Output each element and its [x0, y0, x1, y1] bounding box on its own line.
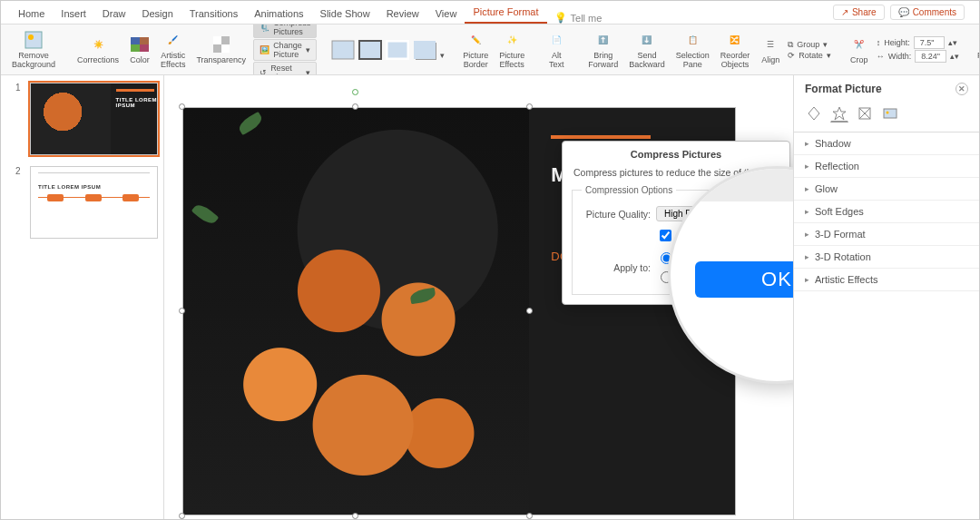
- bring-label: Bring Forward: [588, 52, 618, 70]
- picture-quality-label: Picture Quality:: [582, 209, 651, 220]
- thumbnail-2-preview[interactable]: TITLE LOREM IPSUM: [30, 166, 158, 239]
- selpane-label: Selection Pane: [676, 52, 710, 70]
- tell-me-label: Tell me: [571, 13, 603, 24]
- tab-bar: Home Insert Draw Design Transitions Anim…: [1, 1, 979, 25]
- height-input[interactable]: 7.5": [914, 36, 945, 49]
- tab-design[interactable]: Design: [134, 3, 181, 24]
- chevron-down-icon: ▾: [827, 51, 831, 60]
- apply-to-label: Apply to:: [582, 262, 651, 273]
- bring-forward-icon: ⬆️: [593, 30, 613, 50]
- border-label: Picture Border: [463, 52, 488, 70]
- alt-text-button[interactable]: 📄Alt Text: [543, 30, 570, 70]
- format-pane-tabs: [794, 101, 979, 132]
- align-button[interactable]: ☰Align: [757, 34, 784, 65]
- chevron-down-icon: ▾: [823, 40, 828, 49]
- artistic-effects-section[interactable]: ▸Artistic Effects: [794, 269, 979, 291]
- color-button[interactable]: Color: [126, 34, 153, 65]
- arrange-mini: ⧉Group▾ ⟳Rotate▾: [788, 40, 831, 60]
- chevron-right-icon: ▸: [805, 184, 809, 193]
- thumbnail-1[interactable]: 1 TITLE LOREM IPSUM: [15, 83, 158, 155]
- picture-tools-mini: 🗜️Compress Pictures 🖼️Change Picture▾ ↺R…: [253, 25, 317, 75]
- delete-cropped-checkbox[interactable]: [660, 230, 671, 241]
- share-label: Share: [852, 7, 877, 17]
- transparency-button[interactable]: Transparency: [192, 34, 250, 65]
- rotation-3d-section[interactable]: ▸3-D Rotation: [794, 246, 979, 269]
- svg-rect-2: [131, 37, 140, 44]
- tab-animations[interactable]: Animations: [246, 3, 311, 24]
- ok-button[interactable]: OK: [695, 261, 793, 298]
- width-input[interactable]: 8.24": [915, 50, 946, 63]
- shadow-section[interactable]: ▸Shadow: [794, 132, 979, 155]
- picture-tab-icon[interactable]: [881, 104, 899, 123]
- svg-rect-11: [387, 41, 408, 59]
- compress-pictures-button[interactable]: 🗜️Compress Pictures: [253, 25, 317, 38]
- thumb-text: TITLE LOREM IPSUM: [111, 83, 157, 154]
- reset-icon: ↺: [260, 68, 267, 76]
- height-label: Height:: [884, 38, 910, 47]
- tab-transitions[interactable]: Transitions: [181, 3, 246, 24]
- comments-button[interactable]: 💬Comments: [890, 5, 965, 20]
- soft-edges-section[interactable]: ▸Soft Edges: [794, 201, 979, 223]
- rotate-label: Rotate: [799, 51, 823, 60]
- powerpoint-window: Home Insert Draw Design Transitions Anim…: [0, 0, 980, 520]
- chevron-right-icon: ▸: [805, 207, 809, 216]
- fpane-label: Format Pane: [977, 52, 979, 70]
- format-3d-section[interactable]: ▸3-D Format: [794, 223, 979, 246]
- width-icon: ↔: [877, 52, 885, 61]
- style-thumb-icon: [358, 40, 382, 60]
- reset-picture-button[interactable]: ↺Reset Picture▾: [253, 62, 317, 76]
- alt-label: Alt Text: [549, 52, 564, 70]
- tab-slideshow[interactable]: Slide Show: [312, 3, 378, 24]
- glow-section[interactable]: ▸Glow: [794, 178, 979, 201]
- slide-picture[interactable]: [183, 108, 529, 515]
- slide-canvas[interactable]: M DOLOR SIT AMET Compress Pictures Compr…: [164, 75, 793, 519]
- rotate-button[interactable]: ⟳Rotate▾: [788, 51, 831, 60]
- tab-draw[interactable]: Draw: [94, 3, 134, 24]
- effects-tab-icon[interactable]: [830, 104, 848, 123]
- change-picture-button[interactable]: 🖼️Change Picture▾: [253, 39, 317, 61]
- stepper-icon[interactable]: ▴▾: [948, 38, 957, 47]
- tab-insert[interactable]: Insert: [53, 3, 94, 24]
- thumb-title: TITLE LOREM IPSUM: [38, 184, 150, 190]
- chevron-down-icon[interactable]: ▾: [440, 51, 445, 60]
- crop-button[interactable]: ✂️Crop: [846, 34, 873, 65]
- svg-point-17: [887, 112, 889, 114]
- corrections-button[interactable]: ☀️Corrections: [74, 34, 122, 65]
- close-pane-button[interactable]: ✕: [956, 83, 968, 95]
- artistic-effects-button[interactable]: 🖌️Artistic Effects: [157, 30, 189, 70]
- thumb-title: TITLE LOREM IPSUM: [116, 97, 152, 108]
- stepper-icon[interactable]: ▴▾: [950, 52, 959, 61]
- style-thumb-icon: [413, 40, 436, 60]
- size-tab-icon[interactable]: [856, 104, 874, 123]
- remove-background-button[interactable]: Remove Background: [8, 30, 59, 70]
- tab-home[interactable]: Home: [10, 3, 53, 24]
- thumbnail-1-preview[interactable]: TITLE LOREM IPSUM: [30, 83, 158, 155]
- tab-view[interactable]: View: [427, 3, 466, 24]
- share-button[interactable]: ↗Share: [833, 5, 885, 20]
- section-label: 3-D Format: [815, 229, 866, 240]
- bring-forward-button[interactable]: ⬆️Bring Forward: [584, 30, 622, 70]
- reflection-section[interactable]: ▸Reflection: [794, 155, 979, 178]
- slide-number: 1: [15, 83, 24, 155]
- tab-picture-format[interactable]: Picture Format: [465, 1, 546, 24]
- style-gallery[interactable]: ▾: [331, 40, 445, 60]
- format-pane-button[interactable]: 🅵Format Pane: [974, 30, 979, 70]
- send-backward-button[interactable]: ⬇️Send Backward: [625, 30, 669, 70]
- comment-icon: 💬: [898, 7, 909, 17]
- picture-effects-button[interactable]: ✨Picture Effects: [495, 30, 528, 70]
- size-fields: ↕Height:7.5"▴▾ ↔Width:8.24"▴▾: [877, 36, 959, 63]
- svg-rect-7: [213, 36, 221, 44]
- reorder-objects-button[interactable]: 🔀Reorder Objects: [717, 30, 754, 70]
- transparency-label: Transparency: [196, 56, 246, 65]
- slide-thumbnail-pane[interactable]: 1 TITLE LOREM IPSUM 2 TITLE LOREM IPSUM: [1, 75, 164, 519]
- thumbnail-2[interactable]: 2 TITLE LOREM IPSUM: [15, 166, 158, 239]
- tell-me[interactable]: 💡 Tell me: [547, 12, 610, 24]
- accent-bar: [551, 135, 651, 139]
- picture-border-button[interactable]: ✏️Picture Border: [459, 30, 492, 70]
- group-button[interactable]: ⧉Group▾: [788, 40, 831, 50]
- section-label: Artistic Effects: [815, 274, 877, 285]
- compression-legend: Compression Options: [582, 185, 676, 195]
- selection-pane-button[interactable]: 📋Selection Pane: [672, 30, 713, 70]
- fill-tab-icon[interactable]: [805, 104, 823, 123]
- tab-review[interactable]: Review: [378, 3, 427, 24]
